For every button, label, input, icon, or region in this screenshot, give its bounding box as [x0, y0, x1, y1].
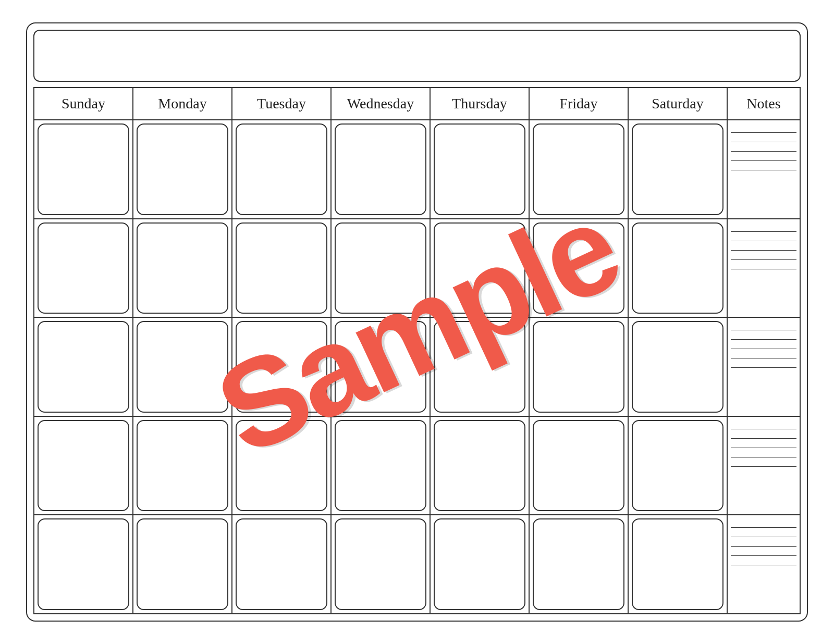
- day-cell: [34, 219, 133, 318]
- day-cell: [431, 417, 530, 516]
- day-cell: [232, 318, 332, 417]
- day-cell: [530, 219, 629, 318]
- header-friday: Friday: [530, 88, 629, 120]
- calendar-body: Sunday Monday Tuesday Wednesday Thursday…: [33, 87, 801, 614]
- day-cell: [332, 120, 431, 219]
- notes-cell: [728, 318, 801, 417]
- day-cell: [34, 120, 133, 219]
- day-cell: [530, 120, 629, 219]
- day-cell: [530, 318, 629, 417]
- day-cell: [629, 120, 728, 219]
- notes-cell: [728, 120, 801, 219]
- day-cell: [133, 219, 232, 318]
- day-cell: [431, 219, 530, 318]
- day-headers: Sunday Monday Tuesday Wednesday Thursday…: [33, 87, 801, 120]
- header-wednesday: Wednesday: [332, 88, 431, 120]
- day-cell: [232, 120, 332, 219]
- header-notes: Notes: [728, 88, 801, 120]
- day-cell: [332, 515, 431, 614]
- day-cell: [133, 120, 232, 219]
- day-cell: [133, 417, 232, 516]
- header-sunday: Sunday: [34, 88, 133, 120]
- calendar-container: Sunday Monday Tuesday Wednesday Thursday…: [26, 22, 808, 622]
- notes-cell: [728, 219, 801, 318]
- notes-cell: [728, 515, 801, 614]
- header-saturday: Saturday: [629, 88, 728, 120]
- day-cell: [133, 515, 232, 614]
- day-cell: [232, 417, 332, 516]
- day-cell: [431, 120, 530, 219]
- day-cell: [629, 219, 728, 318]
- day-cell: [332, 219, 431, 318]
- day-cell: [332, 417, 431, 516]
- day-cell: [431, 318, 530, 417]
- calendar-grid: [33, 120, 801, 614]
- day-cell: [232, 219, 332, 318]
- header-thursday: Thursday: [431, 88, 530, 120]
- day-cell: [133, 318, 232, 417]
- day-cell: [530, 515, 629, 614]
- day-cell: [232, 515, 332, 614]
- day-cell: [332, 318, 431, 417]
- notes-cell: [728, 417, 801, 516]
- day-cell: [629, 318, 728, 417]
- header-tuesday: Tuesday: [232, 88, 332, 120]
- day-cell: [629, 417, 728, 516]
- day-cell: [629, 515, 728, 614]
- header-monday: Monday: [133, 88, 232, 120]
- day-cell: [431, 515, 530, 614]
- day-cell: [34, 515, 133, 614]
- day-cell: [34, 417, 133, 516]
- day-cell: [530, 417, 629, 516]
- day-cell: [34, 318, 133, 417]
- title-bar: [33, 30, 801, 82]
